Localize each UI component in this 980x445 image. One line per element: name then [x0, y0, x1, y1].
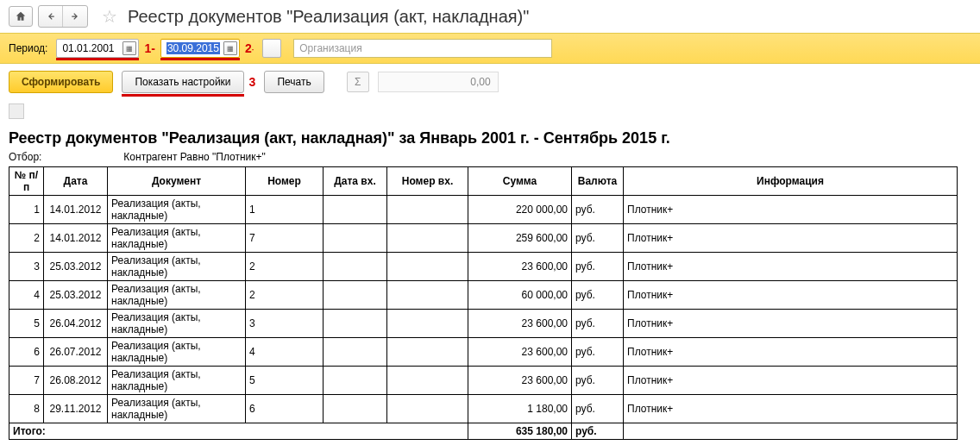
date-from-field[interactable]: ▦ [56, 39, 139, 58]
cell-in-num [387, 395, 468, 423]
cell-nomer: 7 [246, 224, 324, 253]
cell-cur: руб. [572, 310, 624, 338]
cell-in-num [387, 338, 468, 367]
cell-info: Плотник+ [624, 310, 958, 338]
cell-in-date [324, 338, 387, 367]
cell-in-num [387, 196, 468, 224]
show-settings-button[interactable]: Показать настройки [122, 71, 243, 93]
calendar-to-icon[interactable]: ▦ [223, 41, 237, 55]
cell-num: 8 [9, 395, 44, 423]
cell-nomer: 2 [246, 253, 324, 281]
cell-num: 6 [9, 338, 44, 367]
annotation-underline-1 [56, 58, 139, 60]
col-in-date: Дата вх. [324, 167, 387, 196]
filter-text: Контрагент Равно "Плотник+" [123, 151, 265, 163]
generate-button[interactable]: Сформировать [9, 71, 113, 93]
cell-in-num [387, 281, 468, 310]
annotation-underline-3 [122, 94, 243, 97]
cell-cur: руб. [572, 338, 624, 367]
table-row[interactable]: 626.07.2012Реализация (акты, накладные)4… [9, 338, 958, 367]
cell-info: Плотник+ [624, 196, 958, 224]
period-select-button[interactable] [262, 39, 281, 58]
back-button[interactable] [39, 6, 63, 27]
arrow-left-icon [45, 12, 57, 21]
cell-num: 7 [9, 367, 44, 395]
col-cur: Валюта [572, 167, 624, 196]
cell-date: 26.07.2012 [44, 338, 108, 367]
table-row[interactable]: 114.01.2012Реализация (акты, накладные)1… [9, 196, 958, 224]
cell-nomer: 6 [246, 395, 324, 423]
header-toolbar: ☆ Реестр документов "Реализация (акт, на… [0, 0, 980, 33]
filter-label: Отбор: [9, 151, 121, 163]
cell-num: 4 [9, 281, 44, 310]
favorite-star-icon[interactable]: ☆ [102, 6, 117, 27]
report-filter: Отбор: Контрагент Равно "Плотник+" [9, 151, 971, 163]
cell-date: 14.01.2012 [44, 196, 108, 224]
cell-cur: руб. [572, 367, 624, 395]
cell-nomer: 4 [246, 338, 324, 367]
cell-num: 1 [9, 196, 44, 224]
cell-info: Плотник+ [624, 395, 958, 423]
table-row[interactable]: 726.08.2012Реализация (акты, накладные)5… [9, 367, 958, 395]
col-num: № п/п [9, 167, 44, 196]
cell-nomer: 2 [246, 281, 324, 310]
cell-nomer: 3 [246, 310, 324, 338]
cell-in-num [387, 224, 468, 253]
date-from-input[interactable] [62, 42, 119, 54]
cell-sum: 23 600,00 [468, 367, 572, 395]
cell-info: Плотник+ [624, 367, 958, 395]
total-label: Итого: [9, 423, 468, 440]
total-sum: 635 180,00 [468, 423, 572, 440]
table-row[interactable]: 325.03.2012Реализация (акты, накладные)2… [9, 253, 958, 281]
spreadsheet-corner[interactable] [9, 103, 24, 119]
calendar-from-icon[interactable]: ▦ [122, 41, 136, 55]
cell-sum: 23 600,00 [468, 338, 572, 367]
cell-date: 29.11.2012 [44, 395, 108, 423]
cell-cur: руб. [572, 281, 624, 310]
cell-doc: Реализация (акты, накладные) [108, 281, 246, 310]
cell-date: 14.01.2012 [44, 224, 108, 253]
col-nomer: Номер [246, 167, 324, 196]
cell-date: 25.03.2012 [44, 253, 108, 281]
cell-num: 2 [9, 224, 44, 253]
period-label: Период: [9, 42, 47, 54]
home-icon [15, 10, 27, 22]
period-bar: Период: ▦ 1- 30.09.2015 ▦ 2· Организация [0, 33, 980, 64]
cell-doc: Реализация (акты, накладные) [108, 338, 246, 367]
print-button[interactable]: Печать [264, 71, 324, 93]
table-row[interactable]: 214.01.2012Реализация (акты, накладные)7… [9, 224, 958, 253]
cell-doc: Реализация (акты, накладные) [108, 253, 246, 281]
total-cur: руб. [572, 423, 624, 440]
page-title: Реестр документов "Реализация (акт, накл… [128, 7, 529, 27]
cell-sum: 220 000,00 [468, 196, 572, 224]
arrow-right-icon [69, 12, 81, 21]
cell-in-date [324, 196, 387, 224]
col-in-num: Номер вх. [387, 167, 468, 196]
total-info [624, 423, 958, 440]
cell-info: Плотник+ [624, 281, 958, 310]
total-row: Итого: 635 180,00 руб. [9, 423, 958, 440]
cell-doc: Реализация (акты, накладные) [108, 196, 246, 224]
sigma-button[interactable]: Σ [347, 72, 369, 92]
date-to-field[interactable]: 30.09.2015 ▦ [160, 39, 240, 58]
cell-info: Плотник+ [624, 338, 958, 367]
cell-date: 26.04.2012 [44, 310, 108, 338]
organization-field[interactable]: Организация [293, 39, 552, 58]
home-button[interactable] [9, 6, 33, 27]
table-row[interactable]: 425.03.2012Реализация (акты, накладные)2… [9, 281, 958, 310]
date-to-input[interactable]: 30.09.2015 [166, 42, 220, 54]
annotation-underline-2 [160, 58, 240, 60]
cell-sum: 23 600,00 [468, 253, 572, 281]
table-row[interactable]: 526.04.2012Реализация (акты, накладные)3… [9, 310, 958, 338]
cell-doc: Реализация (акты, накладные) [108, 224, 246, 253]
cell-cur: руб. [572, 224, 624, 253]
col-sum: Сумма [468, 167, 572, 196]
table-row[interactable]: 829.11.2012Реализация (акты, накладные)6… [9, 395, 958, 423]
annotation-3: 3 [249, 75, 256, 89]
cell-in-num [387, 253, 468, 281]
forward-button[interactable] [63, 6, 87, 27]
cell-in-num [387, 367, 468, 395]
table-header-row: № п/п Дата Документ Номер Дата вх. Номер… [9, 167, 958, 196]
cell-doc: Реализация (акты, накладные) [108, 367, 246, 395]
cell-nomer: 5 [246, 367, 324, 395]
